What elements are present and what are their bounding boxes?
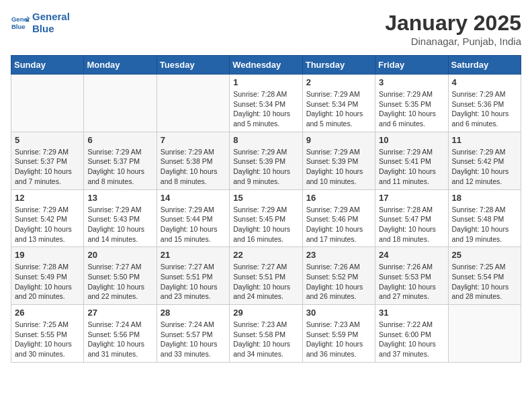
calendar-cell: 28Sunrise: 7:24 AMSunset: 5:57 PMDayligh… [157, 305, 229, 363]
day-number: 13 [87, 193, 152, 203]
day-info: Sunrise: 7:28 AMSunset: 5:49 PMDaylight:… [15, 262, 80, 302]
day-info: Sunrise: 7:26 AMSunset: 5:52 PMDaylight:… [306, 262, 371, 302]
calendar-cell: 29Sunrise: 7:23 AMSunset: 5:58 PMDayligh… [230, 305, 302, 363]
logo-text-line1: General [32, 11, 70, 23]
day-info: Sunrise: 7:29 AMSunset: 5:37 PMDaylight:… [87, 147, 152, 187]
day-info: Sunrise: 7:29 AMSunset: 5:36 PMDaylight:… [452, 89, 517, 129]
day-number: 25 [452, 250, 517, 260]
calendar-week-row: 1Sunrise: 7:28 AMSunset: 5:34 PMDaylight… [11, 75, 521, 132]
calendar-cell: 23Sunrise: 7:26 AMSunset: 5:52 PMDayligh… [302, 247, 375, 305]
day-info: Sunrise: 7:29 AMSunset: 5:39 PMDaylight:… [306, 147, 371, 187]
day-info: Sunrise: 7:28 AMSunset: 5:48 PMDaylight:… [452, 205, 517, 244]
calendar-cell: 1Sunrise: 7:28 AMSunset: 5:34 PMDaylight… [230, 75, 302, 132]
day-info: Sunrise: 7:22 AMSunset: 6:00 PMDaylight:… [379, 320, 444, 359]
day-number: 30 [306, 308, 371, 318]
calendar-week-row: 12Sunrise: 7:29 AMSunset: 5:42 PMDayligh… [11, 189, 521, 247]
weekday-header-sunday: Sunday [11, 56, 84, 75]
calendar-table: SundayMondayTuesdayWednesdayThursdayFrid… [11, 55, 521, 363]
day-info: Sunrise: 7:28 AMSunset: 5:34 PMDaylight:… [233, 89, 298, 129]
logo: General Blue General Blue [11, 11, 70, 35]
day-number: 14 [161, 193, 226, 203]
location: Dinanagar, Punjab, India [385, 36, 521, 47]
day-number: 21 [161, 250, 226, 260]
logo-text-line2: Blue [32, 23, 70, 35]
svg-text:Blue: Blue [11, 23, 26, 30]
calendar-cell: 26Sunrise: 7:25 AMSunset: 5:55 PMDayligh… [11, 305, 84, 363]
calendar-cell: 24Sunrise: 7:26 AMSunset: 5:53 PMDayligh… [375, 247, 448, 305]
day-number: 18 [452, 193, 517, 203]
logo-icon: General Blue [11, 13, 30, 32]
calendar-week-row: 26Sunrise: 7:25 AMSunset: 5:55 PMDayligh… [11, 305, 521, 363]
day-info: Sunrise: 7:29 AMSunset: 5:45 PMDaylight:… [233, 205, 298, 244]
day-number: 7 [161, 135, 226, 145]
calendar-cell: 12Sunrise: 7:29 AMSunset: 5:42 PMDayligh… [11, 189, 84, 247]
calendar-cell: 9Sunrise: 7:29 AMSunset: 5:39 PMDaylight… [302, 132, 375, 189]
day-info: Sunrise: 7:29 AMSunset: 5:42 PMDaylight:… [15, 205, 80, 244]
weekday-header-friday: Friday [375, 56, 448, 75]
day-info: Sunrise: 7:27 AMSunset: 5:50 PMDaylight:… [87, 262, 152, 302]
day-number: 2 [306, 77, 371, 87]
day-info: Sunrise: 7:29 AMSunset: 5:39 PMDaylight:… [233, 147, 298, 187]
day-number: 19 [15, 250, 80, 260]
calendar-cell [11, 75, 84, 132]
calendar-cell: 18Sunrise: 7:28 AMSunset: 5:48 PMDayligh… [448, 189, 521, 247]
day-info: Sunrise: 7:29 AMSunset: 5:34 PMDaylight:… [306, 89, 371, 129]
calendar-week-row: 5Sunrise: 7:29 AMSunset: 5:37 PMDaylight… [11, 132, 521, 189]
calendar-cell: 3Sunrise: 7:29 AMSunset: 5:35 PMDaylight… [375, 75, 448, 132]
day-number: 22 [233, 250, 298, 260]
calendar-cell: 6Sunrise: 7:29 AMSunset: 5:37 PMDaylight… [84, 132, 157, 189]
day-number: 17 [379, 193, 444, 203]
calendar-cell: 11Sunrise: 7:29 AMSunset: 5:42 PMDayligh… [448, 132, 521, 189]
day-number: 26 [15, 308, 80, 318]
day-number: 12 [15, 193, 80, 203]
day-info: Sunrise: 7:24 AMSunset: 5:56 PMDaylight:… [87, 320, 152, 359]
day-info: Sunrise: 7:25 AMSunset: 5:54 PMDaylight:… [452, 262, 517, 302]
day-info: Sunrise: 7:29 AMSunset: 5:42 PMDaylight:… [452, 147, 517, 187]
calendar-cell: 13Sunrise: 7:29 AMSunset: 5:43 PMDayligh… [84, 189, 157, 247]
day-info: Sunrise: 7:27 AMSunset: 5:51 PMDaylight:… [161, 262, 226, 302]
calendar-cell: 5Sunrise: 7:29 AMSunset: 5:37 PMDaylight… [11, 132, 84, 189]
calendar-cell: 10Sunrise: 7:29 AMSunset: 5:41 PMDayligh… [375, 132, 448, 189]
day-info: Sunrise: 7:29 AMSunset: 5:44 PMDaylight:… [161, 205, 226, 244]
calendar-cell: 30Sunrise: 7:23 AMSunset: 5:59 PMDayligh… [302, 305, 375, 363]
title-block: January 2025 Dinanagar, Punjab, India [385, 11, 521, 47]
weekday-header-tuesday: Tuesday [157, 56, 229, 75]
day-number: 31 [379, 308, 444, 318]
day-number: 6 [87, 135, 152, 145]
day-info: Sunrise: 7:23 AMSunset: 5:59 PMDaylight:… [306, 320, 371, 359]
day-info: Sunrise: 7:23 AMSunset: 5:58 PMDaylight:… [233, 320, 298, 359]
day-number: 16 [306, 193, 371, 203]
calendar-week-row: 19Sunrise: 7:28 AMSunset: 5:49 PMDayligh… [11, 247, 521, 305]
day-number: 5 [15, 135, 80, 145]
weekday-header-wednesday: Wednesday [230, 56, 302, 75]
day-number: 9 [306, 135, 371, 145]
calendar-cell: 27Sunrise: 7:24 AMSunset: 5:56 PMDayligh… [84, 305, 157, 363]
day-info: Sunrise: 7:29 AMSunset: 5:38 PMDaylight:… [161, 147, 226, 187]
day-number: 11 [452, 135, 517, 145]
day-number: 20 [87, 250, 152, 260]
weekday-header-row: SundayMondayTuesdayWednesdayThursdayFrid… [11, 56, 521, 75]
day-info: Sunrise: 7:28 AMSunset: 5:47 PMDaylight:… [379, 205, 444, 244]
calendar-cell: 4Sunrise: 7:29 AMSunset: 5:36 PMDaylight… [448, 75, 521, 132]
day-info: Sunrise: 7:26 AMSunset: 5:53 PMDaylight:… [379, 262, 444, 302]
calendar-cell [157, 75, 229, 132]
day-info: Sunrise: 7:25 AMSunset: 5:55 PMDaylight:… [15, 320, 80, 359]
day-number: 27 [87, 308, 152, 318]
calendar-cell [448, 305, 521, 363]
calendar-cell: 19Sunrise: 7:28 AMSunset: 5:49 PMDayligh… [11, 247, 84, 305]
weekday-header-saturday: Saturday [448, 56, 521, 75]
weekday-header-thursday: Thursday [302, 56, 375, 75]
day-number: 3 [379, 77, 444, 87]
calendar-cell: 8Sunrise: 7:29 AMSunset: 5:39 PMDaylight… [230, 132, 302, 189]
calendar-cell: 31Sunrise: 7:22 AMSunset: 6:00 PMDayligh… [375, 305, 448, 363]
day-number: 4 [452, 77, 517, 87]
day-info: Sunrise: 7:29 AMSunset: 5:46 PMDaylight:… [306, 205, 371, 244]
day-number: 24 [379, 250, 444, 260]
day-number: 10 [379, 135, 444, 145]
calendar-cell: 7Sunrise: 7:29 AMSunset: 5:38 PMDaylight… [157, 132, 229, 189]
calendar-cell: 2Sunrise: 7:29 AMSunset: 5:34 PMDaylight… [302, 75, 375, 132]
page-header: General Blue General Blue January 2025 D… [11, 11, 521, 47]
day-number: 29 [233, 308, 298, 318]
day-info: Sunrise: 7:29 AMSunset: 5:43 PMDaylight:… [87, 205, 152, 244]
day-info: Sunrise: 7:29 AMSunset: 5:41 PMDaylight:… [379, 147, 444, 187]
